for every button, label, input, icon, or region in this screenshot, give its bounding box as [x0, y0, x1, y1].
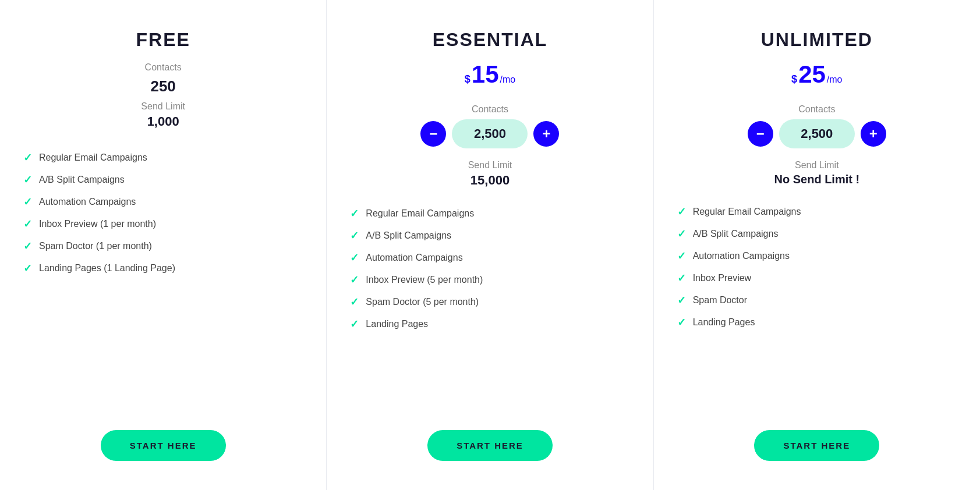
essential-increment-button[interactable]: +	[533, 121, 559, 147]
unlimited-contacts-value: 2,500	[779, 119, 855, 148]
check-icon: ✓	[350, 318, 359, 331]
free-send-limit-label: Send Limit	[141, 101, 185, 112]
unlimited-send-limit-section: Send Limit No Send Limit !	[774, 160, 859, 186]
list-item: ✓Regular Email Campaigns	[350, 203, 629, 225]
list-item: ✓Landing Pages	[350, 313, 629, 335]
plan-free: FREE Contacts 250 Send Limit 1,000 ✓Regu…	[0, 0, 327, 490]
free-features-list: ✓Regular Email Campaigns ✓A/B Split Camp…	[23, 147, 303, 279]
check-icon: ✓	[350, 251, 359, 264]
list-item: ✓Spam Doctor (5 per month)	[350, 291, 629, 313]
check-icon: ✓	[23, 173, 32, 186]
plan-unlimited: UNLIMITED $ 25 /mo Contacts − 2,500 + Se…	[654, 0, 980, 490]
essential-decrement-button[interactable]: −	[420, 121, 446, 147]
check-icon: ✓	[23, 240, 32, 253]
unlimited-features-list: ✓Regular Email Campaigns ✓A/B Split Camp…	[677, 201, 957, 333]
unlimited-price-amount: 25	[798, 62, 826, 87]
check-icon: ✓	[677, 228, 686, 240]
unlimited-contacts-stepper: − 2,500 +	[748, 119, 886, 148]
unlimited-start-button[interactable]: START HERE	[754, 430, 879, 461]
unlimited-send-limit-label: Send Limit	[774, 160, 859, 171]
essential-contacts-value: 2,500	[452, 119, 528, 148]
check-icon: ✓	[677, 250, 686, 262]
check-icon: ✓	[677, 205, 686, 218]
unlimited-decrement-button[interactable]: −	[748, 121, 773, 147]
plan-free-title: FREE	[136, 29, 190, 51]
check-icon: ✓	[350, 296, 359, 308]
essential-price-dollar: $	[465, 73, 470, 86]
essential-price-period: /mo	[500, 74, 516, 85]
list-item: ✓Spam Doctor (1 per month)	[23, 235, 303, 257]
list-item: ✓A/B Split Campaigns	[350, 225, 629, 247]
free-contacts-label: Contacts	[141, 62, 185, 73]
list-item: ✓Inbox Preview	[677, 267, 957, 289]
list-item: ✓Regular Email Campaigns	[677, 201, 957, 223]
free-start-button[interactable]: START HERE	[101, 430, 226, 461]
check-icon: ✓	[677, 294, 686, 307]
list-item: ✓A/B Split Campaigns	[677, 223, 957, 245]
list-item: ✓Automation Campaigns	[350, 247, 629, 269]
check-icon: ✓	[350, 229, 359, 242]
check-icon: ✓	[23, 218, 32, 230]
check-icon: ✓	[350, 207, 359, 220]
essential-contacts-label: Contacts	[472, 104, 508, 115]
list-item: ✓Inbox Preview (1 per month)	[23, 213, 303, 235]
free-contacts-value: 250	[141, 77, 185, 95]
unlimited-price: $ 25 /mo	[791, 62, 842, 87]
plan-essential-title: ESSENTIAL	[433, 29, 548, 51]
essential-features-list: ✓Regular Email Campaigns ✓A/B Split Camp…	[350, 203, 629, 335]
check-icon: ✓	[23, 196, 32, 208]
essential-send-limit-section: Send Limit 15,000	[468, 160, 512, 188]
unlimited-price-dollar: $	[791, 73, 797, 86]
unlimited-send-limit-value: No Send Limit !	[774, 173, 859, 186]
essential-start-button[interactable]: START HERE	[427, 430, 553, 461]
check-icon: ✓	[350, 274, 359, 286]
list-item: ✓A/B Split Campaigns	[23, 169, 303, 191]
essential-price: $ 15 /mo	[465, 62, 515, 87]
list-item: ✓Spam Doctor	[677, 289, 957, 311]
list-item: ✓Automation Campaigns	[23, 191, 303, 213]
check-icon: ✓	[677, 316, 686, 329]
plan-essential: ESSENTIAL $ 15 /mo Contacts − 2,500 + Se…	[327, 0, 653, 490]
plan-unlimited-title: UNLIMITED	[761, 29, 873, 51]
check-icon: ✓	[23, 151, 32, 164]
list-item: ✓Regular Email Campaigns	[23, 147, 303, 169]
unlimited-contacts-label: Contacts	[798, 104, 835, 115]
unlimited-price-period: /mo	[827, 74, 843, 85]
essential-send-limit-label: Send Limit	[468, 160, 512, 171]
free-send-limit-value: 1,000	[141, 114, 185, 129]
essential-price-amount: 15	[472, 62, 499, 87]
unlimited-increment-button[interactable]: +	[861, 121, 886, 147]
list-item: ✓Landing Pages (1 Landing Page)	[23, 257, 303, 279]
free-contacts-section: Contacts 250 Send Limit 1,000	[141, 62, 185, 129]
list-item: ✓Landing Pages	[677, 311, 957, 333]
essential-contacts-stepper: − 2,500 +	[420, 119, 559, 148]
list-item: ✓Automation Campaigns	[677, 245, 957, 267]
check-icon: ✓	[677, 272, 686, 285]
check-icon: ✓	[23, 262, 32, 275]
essential-send-limit-value: 15,000	[468, 173, 512, 188]
pricing-container: FREE Contacts 250 Send Limit 1,000 ✓Regu…	[0, 0, 980, 490]
list-item: ✓Inbox Preview (5 per month)	[350, 269, 629, 291]
